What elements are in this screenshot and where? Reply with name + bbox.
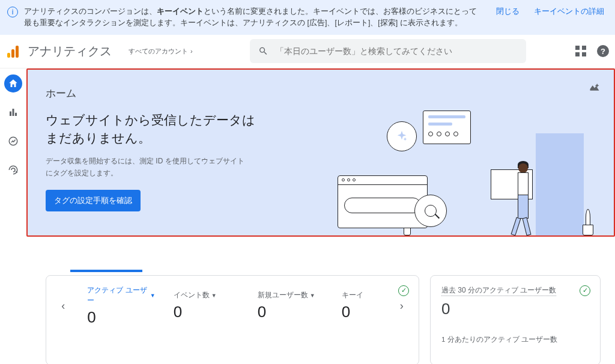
home-icon — [8, 78, 19, 89]
metric-key-events[interactable]: キーイ 0 — [342, 290, 378, 321]
search-box[interactable] — [250, 39, 526, 63]
active-tab-indicator — [70, 270, 142, 272]
notice-banner: i アナリティクスのコンバージョンは、キーイベントという名前に変更されました。キ… — [0, 0, 615, 35]
realtime-title: 過去 30 分のアクティブ ユーザー数 — [441, 285, 556, 296]
nav-reports[interactable] — [4, 103, 22, 121]
setup-tag-button[interactable]: タグの設定手順を確認 — [46, 190, 141, 211]
page-title: ホーム — [46, 86, 268, 100]
chevron-right-icon: › — [190, 47, 193, 55]
status-check-icon: ✓ — [580, 285, 590, 296]
metrics-next[interactable]: › — [396, 300, 408, 312]
realtime-card: ✓ 過去 30 分のアクティブ ユーザー数 0 1 分あたりのアクティブ ユーザ… — [430, 275, 601, 365]
search-input[interactable] — [276, 46, 518, 56]
nav-home[interactable] — [4, 74, 22, 93]
realtime-subtitle: 1 分あたりのアクティブ ユーザー数 — [441, 335, 589, 344]
metric-events[interactable]: イベント数▼ 0 — [174, 290, 240, 321]
notice-close[interactable]: 閉じる — [496, 6, 520, 17]
sparkle-decor-icon — [387, 121, 417, 151]
metric-active-users[interactable]: アクティブ ユーザー▼ 0 — [87, 285, 155, 327]
caret-down-icon: ▼ — [150, 293, 156, 299]
account-picker[interactable]: すべてのアカウント › — [129, 47, 193, 56]
nav-explore[interactable] — [4, 132, 22, 150]
notice-message: アナリティクスのコンバージョンは、キーイベントという名前に変更されました。キーイ… — [24, 6, 484, 29]
clock-trend-icon — [8, 136, 19, 147]
hero-illustration — [338, 121, 596, 235]
notice-bold: キーイベント — [157, 7, 204, 16]
caret-down-icon: ▼ — [211, 293, 217, 299]
search-icon — [258, 46, 268, 56]
account-label: すべてのアカウント — [129, 47, 188, 56]
hero-card: ホーム ウェブサイトから受信したデータは まだありません。 データ収集を開始する… — [26, 68, 615, 237]
brand-title: アナリティクス — [28, 43, 112, 59]
help-icon[interactable]: ? — [597, 45, 609, 57]
insights-icon[interactable] — [589, 80, 601, 96]
metrics-prev[interactable]: ‹ — [57, 300, 69, 312]
hero-heading: ウェブサイトから受信したデータは まだありません。 — [46, 111, 268, 148]
metric-new-users[interactable]: 新規ユーザー数▼ 0 — [258, 290, 324, 321]
notice-pre: アナリティクスのコンバージョンは、 — [24, 7, 157, 16]
left-nav — [0, 68, 26, 365]
info-icon: i — [7, 7, 18, 17]
target-icon — [8, 165, 19, 175]
nav-advertising[interactable] — [4, 161, 22, 179]
apps-grid-icon[interactable] — [575, 46, 586, 56]
hero-description: データ収集を開始するには、測定 ID を使用してウェブサイトにタグを設定します。 — [46, 156, 250, 178]
app-header: アナリティクス すべてのアカウント › ▾ ? — [0, 35, 615, 68]
caret-down-icon: ▼ — [310, 293, 315, 299]
status-check-icon: ✓ — [398, 285, 409, 296]
notice-details-link[interactable]: キーイベントの詳細 — [534, 6, 604, 17]
bar-chart-icon — [8, 107, 19, 118]
analytics-logo-icon — [7, 44, 20, 58]
metrics-card: ✓ ‹ アクティブ ユーザー▼ 0 イベント数▼ 0 新規ユーザー数▼ 0 — [46, 275, 419, 365]
realtime-value: 0 — [441, 300, 589, 318]
